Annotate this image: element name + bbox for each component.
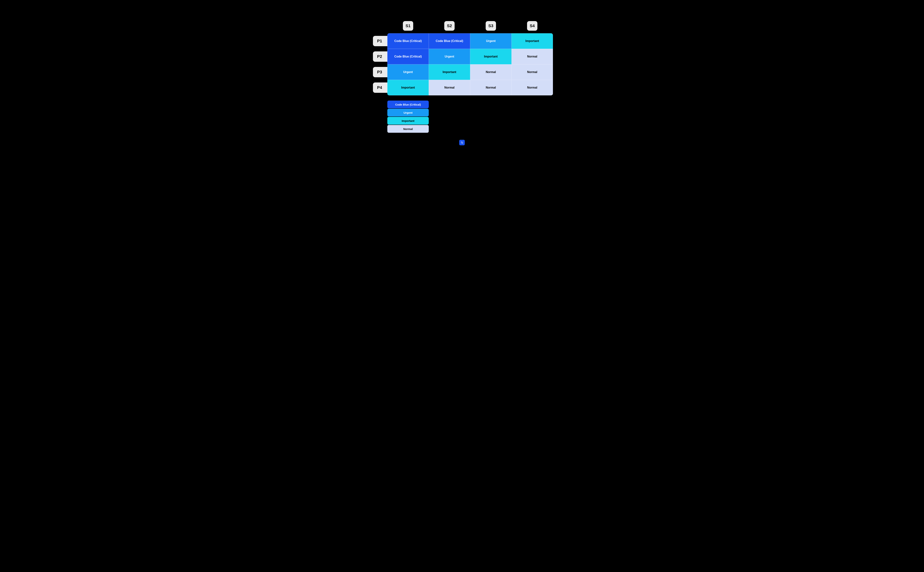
legend-item-urgent: Urgent [388,109,429,117]
row-header: P2 [371,49,388,64]
matrix-cell: Important [470,49,512,64]
matrix-cell: Normal [470,80,512,95]
legend: Code Blue (Critical) Urgent Important No… [388,101,429,133]
legend-item-important: Important [388,117,429,124]
col-header: S2 [429,22,470,33]
row-badge: P1 [373,36,388,46]
row-badge: P4 [373,82,388,93]
priority-severity-matrix: S1 S2 S3 S4 P1 Code Blue (Critical) Code… [371,22,553,95]
matrix-cell: Urgent [470,33,512,49]
col-header: S3 [470,22,512,33]
matrix-cell: Normal [512,80,553,95]
matrix-cell: Code Blue (Critical) [388,49,429,64]
matrix-cell: Urgent [429,49,470,64]
matrix-corner [371,22,388,33]
col-badge: S4 [527,21,537,31]
matrix-cell: Code Blue (Critical) [388,33,429,49]
col-badge: S2 [444,21,454,31]
matrix-cell: Important [429,64,470,80]
matrix-cell: Normal [429,80,470,95]
row-header: P3 [371,64,388,80]
matrix-cell: Normal [470,64,512,80]
row-header: P1 [371,33,388,49]
matrix-cell: Urgent [388,64,429,80]
col-header: S4 [512,22,553,33]
row-header: P4 [371,80,388,95]
col-badge: S3 [486,21,496,31]
col-header: S1 [388,22,429,33]
col-badge: S1 [403,21,413,31]
matrix-cell: Code Blue (Critical) [429,33,470,49]
matrix-cell: Normal [512,64,553,80]
row-badge: P3 [373,67,388,77]
legend-item-normal: Normal [388,125,429,133]
matrix-cell: Important [388,80,429,95]
row-badge: P2 [373,51,388,62]
legend-item-critical: Code Blue (Critical) [388,101,429,108]
matrix-cell: Important [512,33,553,49]
shortcut-logo-icon [459,140,465,145]
matrix-cell: Normal [512,49,553,64]
